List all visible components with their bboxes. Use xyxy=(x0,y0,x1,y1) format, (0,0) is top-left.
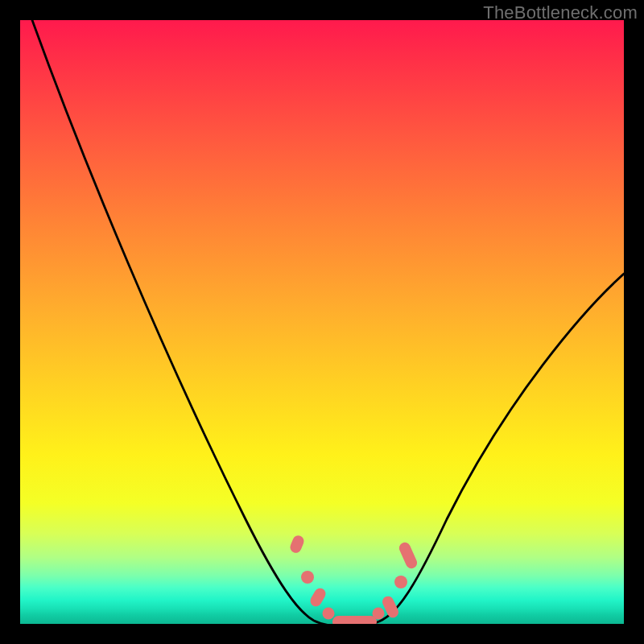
bottleneck-curve xyxy=(32,20,624,624)
svg-point-7 xyxy=(394,576,407,588)
watermark-text: TheBottleneck.com xyxy=(483,2,638,23)
svg-rect-0 xyxy=(288,534,305,555)
highlighted-points xyxy=(288,534,419,624)
svg-point-3 xyxy=(323,608,335,620)
chart-plot-area xyxy=(20,20,624,624)
svg-point-5 xyxy=(373,608,385,620)
svg-rect-8 xyxy=(398,541,419,571)
svg-point-1 xyxy=(301,571,314,584)
svg-rect-4 xyxy=(332,616,377,624)
svg-rect-2 xyxy=(308,586,328,609)
chart-curve-layer xyxy=(20,20,624,624)
chart-frame: TheBottleneck.com xyxy=(0,0,644,644)
